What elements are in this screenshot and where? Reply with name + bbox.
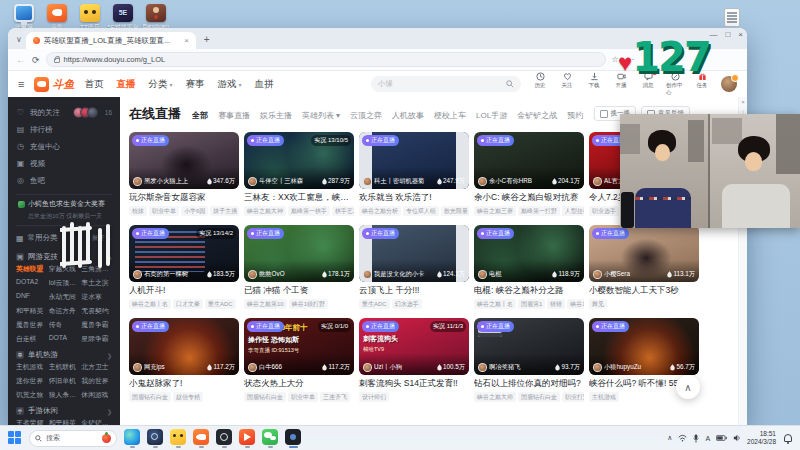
- nav-item-分类[interactable]: 分类▾: [148, 78, 172, 91]
- tab-人机故事[interactable]: 人机故事: [392, 110, 424, 121]
- site-search[interactable]: 小缘: [371, 76, 521, 92]
- tab-英雄列表[interactable]: 英雄列表▾: [302, 110, 340, 121]
- sidebar-item-鱼吧[interactable]: ◎鱼吧: [16, 172, 112, 189]
- nav-item-直播[interactable]: 直播: [116, 78, 135, 91]
- taskbar-app-recorder-icon[interactable]: [239, 429, 255, 448]
- back-to-top-button[interactable]: ∧: [676, 375, 700, 399]
- sidebar-item-视频[interactable]: ▣视频: [16, 155, 112, 172]
- taskbar-app-obs-icon[interactable]: [216, 429, 232, 448]
- sidebar-item-follow[interactable]: ♡ 我的关注 16: [16, 104, 112, 121]
- douyu-logo[interactable]: 斗鱼: [34, 77, 74, 92]
- category-link-主机联机[interactable]: 主机联机: [49, 362, 80, 372]
- category-link-迷你世界[interactable]: 迷你世界: [16, 376, 47, 386]
- category-link-传奇[interactable]: 传奇: [49, 320, 80, 330]
- category-link-魔兽世界[interactable]: 魔兽世界: [16, 320, 47, 330]
- category-link-DOTA[interactable]: DOTA: [49, 334, 80, 344]
- taskbar-app-edge-icon[interactable]: [124, 429, 140, 448]
- category-link-lol云顶之弈[interactable]: lol云顶之弈: [49, 278, 80, 288]
- category-link-北方卫士[interactable]: 北方卫士: [81, 362, 112, 372]
- taskbar-search[interactable]: 搜索: [29, 430, 117, 447]
- header-action-下载[interactable]: 下载: [585, 72, 603, 89]
- taskbar-app-wechat-icon[interactable]: [262, 429, 278, 448]
- stream-card[interactable]: 正在直播余小C有你HRB204.1万余小C: 峡谷之巅白银对抗赛峡谷之巅三赛巅峰…: [474, 132, 584, 216]
- stream-card[interactable]: 正在直播网充ips117.2万小鬼赵脉家了!国服钻石白金赵信专精: [129, 318, 239, 402]
- sidebar-item-充值中心[interactable]: ◷充值中心: [16, 138, 112, 155]
- stream-tag[interactable]: 峡谷之巅大师: [474, 392, 516, 402]
- reload-button[interactable]: ⟳: [32, 55, 40, 65]
- category-link-我的世界[interactable]: 我的世界: [81, 376, 112, 386]
- category-link-和平精英[interactable]: 和平精英: [16, 306, 47, 316]
- taskbar-app-steam-icon[interactable]: [147, 429, 163, 448]
- stream-tag[interactable]: 主机游戏: [589, 392, 619, 402]
- stream-tag[interactable]: 巅峰第一棋手: [288, 206, 330, 216]
- tab-close-icon[interactable]: ×: [184, 36, 189, 45]
- stream-tag[interactable]: 职业打野: [562, 392, 584, 402]
- stream-card[interactable]: 正在直播我是没文化的小卡124.1万云顶飞上 千分!!!重生ADC幻水选手: [359, 225, 469, 309]
- stream-card[interactable]: 正在直播小樱Sera113.1万小樱数智能人工天下3秒舞见: [589, 225, 699, 309]
- stream-tag[interactable]: 峡谷之巅丨名: [474, 299, 516, 309]
- stream-card[interactable]: 正在直播实况 11/1/3S14刺客流狗头梭哈TV9Uzi丨小狗100.5万刺客…: [359, 318, 469, 402]
- speaker-icon[interactable]: [733, 434, 741, 442]
- stream-tag[interactable]: 国服第1: [518, 299, 545, 309]
- stream-card[interactable]: 正在直播实况 13/14/2石页的第一棵树183.5万人机开斗!峡谷之巅丨名口才…: [129, 225, 239, 309]
- stream-tag[interactable]: 三连齐飞: [320, 392, 350, 402]
- nav-item-血拼[interactable]: 血拼: [254, 78, 273, 91]
- nav-item-游戏[interactable]: 游戏▾: [217, 78, 241, 91]
- stream-tag[interactable]: 设计师们: [359, 392, 389, 402]
- stream-tag[interactable]: 小学6园: [181, 206, 208, 216]
- stream-tag[interactable]: 猩猩: [547, 299, 565, 309]
- category-link-逆水寒[interactable]: 逆水寒: [81, 292, 112, 302]
- category-link-率土之滨[interactable]: 率土之滨: [81, 278, 112, 288]
- category-link-魔兽争霸[interactable]: 魔兽争霸: [81, 320, 112, 330]
- stream-card[interactable]: 正在直播啊冶奖猪飞93.7万钻石以上排位你真的对细吗?峡谷之巅大师国服钻石白金职…: [474, 318, 584, 402]
- url-text[interactable]: https://www.douyu.com/g_LOL: [64, 55, 166, 64]
- category-link-英雄联盟[interactable]: 英雄联盟: [16, 264, 47, 274]
- user-avatar[interactable]: [721, 76, 737, 92]
- category-link-怀旧单机[interactable]: 怀旧单机: [49, 376, 80, 386]
- category-link-金铲铲之战[interactable]: 金铲铲之战: [81, 418, 112, 425]
- stream-tag[interactable]: 散光限量: [441, 206, 469, 216]
- stream-tag[interactable]: 峡谷1600分: [567, 299, 584, 309]
- back-button[interactable]: ←: [16, 54, 26, 65]
- tab-全部[interactable]: 全部: [192, 110, 208, 121]
- stream-tag[interactable]: 峡谷1级打野: [289, 299, 328, 309]
- stream-tag[interactable]: 重生ADC: [205, 299, 236, 309]
- stream-tag[interactable]: 专位双人组: [403, 206, 439, 216]
- chevron-right-icon[interactable]: ❯: [107, 352, 112, 359]
- stream-tag[interactable]: 国服钻石白金: [518, 392, 560, 402]
- stream-tag[interactable]: 妹子主播: [210, 206, 239, 216]
- category-link-王者荣耀[interactable]: 王者荣耀: [16, 418, 47, 425]
- stream-tag[interactable]: 峡谷之巅丨名: [129, 299, 171, 309]
- stream-tag[interactable]: 舞见: [589, 299, 607, 309]
- microphone-icon[interactable]: [693, 434, 699, 443]
- stream-tag[interactable]: 棋手艺术家: [332, 206, 354, 216]
- category-link-休闲游戏[interactable]: 休闲游戏: [81, 390, 112, 400]
- tray-chevron-icon[interactable]: ∧: [667, 434, 672, 442]
- tab-LOL手游[interactable]: LOL手游: [476, 110, 507, 121]
- stream-tag[interactable]: 国服钻石白金: [129, 392, 171, 402]
- stream-card[interactable]: 正在直播实况 13/10/5斗伴空丨三林森287.9万三林友：XX欢工窗息，峡谷…: [244, 132, 354, 216]
- window-close-button[interactable]: ×: [738, 30, 743, 39]
- window-minimize-button[interactable]: —: [709, 30, 717, 39]
- tab-梗校上车[interactable]: 梗校上车: [434, 110, 466, 121]
- stream-card[interactable]: 正在直播憨憨OvO178.1万已猫 冲猫 个工资峡谷之巅第10峡谷1级打野: [244, 225, 354, 309]
- new-tab-button[interactable]: +: [204, 34, 210, 45]
- stream-tag[interactable]: 赵信专精: [173, 392, 203, 402]
- category-link-命运方舟[interactable]: 命运方舟: [49, 306, 80, 316]
- stream-tag[interactable]: 职业中单: [288, 392, 318, 402]
- stream-tag[interactable]: 职业中单: [149, 206, 179, 216]
- category-link-无畏契约[interactable]: 无畏契约: [81, 306, 112, 316]
- stream-tag[interactable]: 国服钻石白金: [244, 392, 286, 402]
- tab-金铲铲之战[interactable]: 金铲铲之战: [517, 110, 557, 121]
- category-link-和平精英[interactable]: 和平精英: [49, 418, 80, 425]
- header-action-历史[interactable]: 历史: [531, 72, 549, 89]
- tab-search-chevron-icon[interactable]: ∨: [16, 35, 22, 44]
- category-link-永劫无间[interactable]: 永劫无间: [49, 292, 80, 302]
- chevron-right-icon[interactable]: ❯: [107, 408, 112, 415]
- stream-card[interactable]: 正在直播实况 0/1/05年第一 10年前十操作怪 恐怖如斯李哥直播 ID:91…: [244, 318, 354, 402]
- sidebar-item-排行榜[interactable]: ▤排行榜: [16, 121, 112, 138]
- nav-item-赛事[interactable]: 赛事: [185, 78, 204, 91]
- stream-tag[interactable]: 重生ADC: [359, 299, 390, 309]
- search-icon[interactable]: [506, 80, 514, 88]
- header-action-关注[interactable]: 关注: [558, 72, 576, 89]
